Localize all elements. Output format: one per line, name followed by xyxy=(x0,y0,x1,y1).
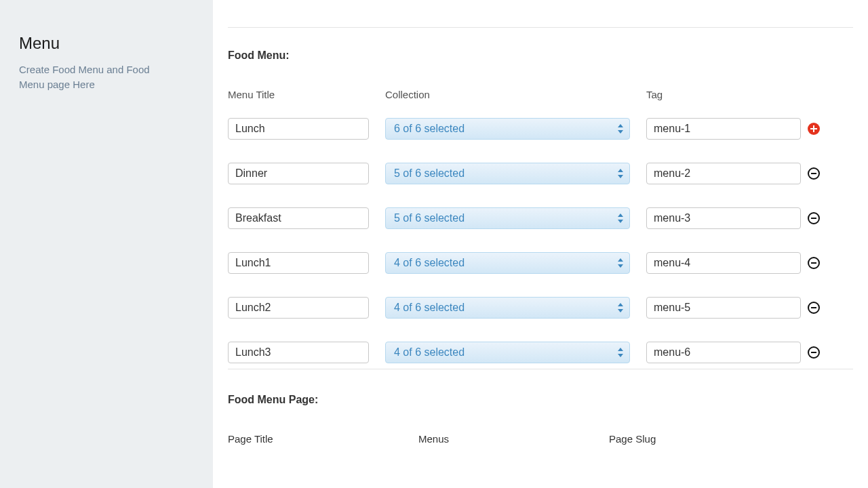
add-row-button[interactable] xyxy=(806,121,821,136)
collection-select-label: 4 of 6 selected xyxy=(394,346,465,359)
minus-icon xyxy=(808,257,820,269)
remove-row-button[interactable] xyxy=(806,256,821,270)
sidebar-description: Create Food Menu and Food Menu page Here xyxy=(19,62,168,92)
main-card: Food Menu: Menu Title Collection Tag 6 o… xyxy=(213,0,868,488)
menu-title-input[interactable] xyxy=(228,297,369,319)
tag-input[interactable] xyxy=(646,207,801,229)
remove-row-button[interactable] xyxy=(806,166,821,181)
header-collection: Collection xyxy=(385,89,646,100)
minus-icon xyxy=(808,212,820,224)
collection-select[interactable]: 4 of 6 selected xyxy=(385,297,630,319)
sort-arrows-icon xyxy=(617,258,624,268)
header-page-title: Page Title xyxy=(228,433,418,445)
collection-select-label: 5 of 6 selected xyxy=(394,167,465,180)
sort-arrows-icon xyxy=(617,169,624,178)
sort-arrows-icon xyxy=(617,124,624,134)
tag-input[interactable] xyxy=(646,342,801,363)
food-menu-rows: 6 of 6 selected5 of 6 selected5 of 6 sel… xyxy=(228,118,853,363)
collection-select-label: 4 of 6 selected xyxy=(394,257,465,269)
header-menus: Menus xyxy=(418,433,609,445)
collection-select[interactable]: 4 of 6 selected xyxy=(385,252,630,274)
section-divider xyxy=(228,369,853,369)
food-menu-row: 4 of 6 selected xyxy=(228,252,853,274)
collection-select[interactable]: 4 of 6 selected xyxy=(385,342,630,363)
menu-title-input[interactable] xyxy=(228,163,369,184)
menu-title-input[interactable] xyxy=(228,207,369,229)
remove-row-button[interactable] xyxy=(806,300,821,315)
sidebar-title: Menu xyxy=(19,34,197,53)
food-menu-page-section: Food Menu Page: Page Title Menus Page Sl… xyxy=(228,394,853,445)
food-menu-row: 5 of 6 selected xyxy=(228,163,853,184)
minus-icon xyxy=(808,302,820,314)
food-menu-row: 4 of 6 selected xyxy=(228,342,853,363)
header-menu-title: Menu Title xyxy=(228,89,385,100)
collection-select-label: 4 of 6 selected xyxy=(394,302,465,314)
tag-input[interactable] xyxy=(646,118,801,140)
menu-title-input[interactable] xyxy=(228,342,369,363)
collection-select-label: 5 of 6 selected xyxy=(394,212,465,224)
tag-input[interactable] xyxy=(646,297,801,319)
tag-input[interactable] xyxy=(646,163,801,184)
menu-title-input[interactable] xyxy=(228,118,369,140)
sort-arrows-icon xyxy=(617,303,624,312)
app-root: Menu Create Food Menu and Food Menu page… xyxy=(0,0,868,488)
tag-input[interactable] xyxy=(646,252,801,274)
menu-title-input[interactable] xyxy=(228,252,369,274)
food-menu-page-heading: Food Menu Page: xyxy=(228,394,853,406)
header-tag: Tag xyxy=(646,89,820,100)
collection-select[interactable]: 6 of 6 selected xyxy=(385,118,630,140)
sort-arrows-icon xyxy=(617,214,624,223)
collection-select-label: 6 of 6 selected xyxy=(394,123,465,135)
food-menu-section: Food Menu: Menu Title Collection Tag 6 o… xyxy=(228,27,853,363)
food-menu-row: 5 of 6 selected xyxy=(228,207,853,229)
food-menu-row: 6 of 6 selected xyxy=(228,118,853,140)
sidebar: Menu Create Food Menu and Food Menu page… xyxy=(0,0,213,488)
remove-row-button[interactable] xyxy=(806,345,821,360)
remove-row-button[interactable] xyxy=(806,211,821,226)
food-menu-page-column-headers: Page Title Menus Page Slug xyxy=(228,433,853,445)
minus-icon xyxy=(808,346,820,359)
food-menu-column-headers: Menu Title Collection Tag xyxy=(228,89,853,100)
collection-select[interactable]: 5 of 6 selected xyxy=(385,207,630,229)
sort-arrows-icon xyxy=(617,348,624,357)
minus-icon xyxy=(808,167,820,180)
food-menu-heading: Food Menu: xyxy=(228,49,853,62)
collection-select[interactable]: 5 of 6 selected xyxy=(385,163,630,184)
food-menu-row: 4 of 6 selected xyxy=(228,297,853,319)
plus-icon xyxy=(808,123,820,135)
header-page-slug: Page Slug xyxy=(609,433,800,445)
